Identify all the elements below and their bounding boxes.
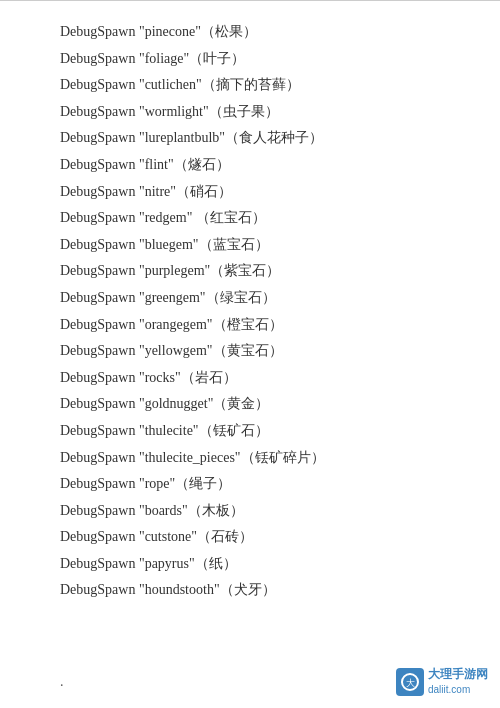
debug-item-lureplantbulb: DebugSpawn "lureplantbulb"（食人花种子） [60,125,440,152]
debug-item-purplegem: DebugSpawn "purplegem"（紫宝石） [60,258,440,285]
debug-item-wormlight: DebugSpawn "wormlight"（虫子果） [60,99,440,126]
top-divider [0,0,500,1]
debug-item-flint: DebugSpawn "flint"（燧石） [60,152,440,179]
watermark-text: 大理手游网 daliit.com [428,667,488,696]
debug-item-greengem: DebugSpawn "greengem"（绿宝石） [60,285,440,312]
watermark: 大 大理手游网 daliit.com [396,667,488,696]
debug-item-boards: DebugSpawn "boards"（木板） [60,498,440,525]
debug-item-cutstone: DebugSpawn "cutstone"（石砖） [60,524,440,551]
debug-item-bluegem: DebugSpawn "bluegem"（蓝宝石） [60,232,440,259]
debug-item-redgem: DebugSpawn "redgem" （红宝石） [60,205,440,232]
content-area: DebugSpawn "pinecone"（松果）DebugSpawn "fol… [0,11,500,664]
debug-item-nitre: DebugSpawn "nitre"（硝石） [60,179,440,206]
watermark-logo-svg: 大 [400,672,420,692]
debug-item-pinecone: DebugSpawn "pinecone"（松果） [60,19,440,46]
debug-item-houndstooth: DebugSpawn "houndstooth"（犬牙） [60,577,440,604]
debug-item-rocks: DebugSpawn "rocks"（岩石） [60,365,440,392]
debug-item-yellowgem: DebugSpawn "yellowgem"（黄宝石） [60,338,440,365]
debug-item-cutlichen: DebugSpawn "cutlichen"（摘下的苔藓） [60,72,440,99]
watermark-icon: 大 [396,668,424,696]
debug-item-foliage: DebugSpawn "foliage"（叶子） [60,46,440,73]
watermark-line2: daliit.com [428,683,488,696]
debug-item-thulecite: DebugSpawn "thulecite"（铥矿石） [60,418,440,445]
debug-item-thulecite_pieces: DebugSpawn "thulecite_pieces"（铥矿碎片） [60,445,440,472]
debug-item-papyrus: DebugSpawn "papyrus"（纸） [60,551,440,578]
svg-text:大: 大 [406,678,415,688]
debug-item-orangegem: DebugSpawn "orangegem"（橙宝石） [60,312,440,339]
watermark-line1: 大理手游网 [428,667,488,683]
debug-item-rope: DebugSpawn "rope"（绳子） [60,471,440,498]
debug-item-goldnugget: DebugSpawn "goldnugget"（黄金） [60,391,440,418]
